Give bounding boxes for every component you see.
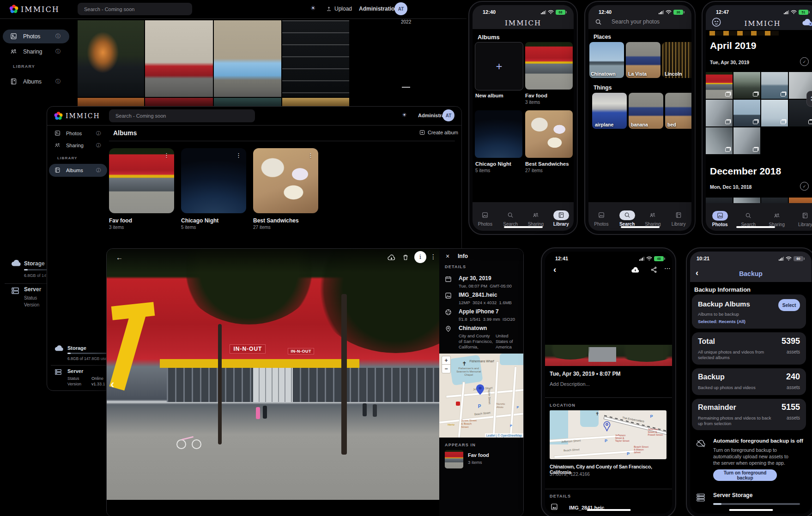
album-menu-icon[interactable]: ⋮ bbox=[308, 152, 314, 159]
photo-tile[interactable] bbox=[282, 98, 349, 106]
new-album-card[interactable]: + bbox=[475, 42, 523, 90]
nav-library[interactable]: Library bbox=[666, 210, 691, 227]
upload-cloud-icon[interactable] bbox=[631, 267, 640, 273]
photo-tile[interactable] bbox=[145, 20, 213, 97]
photo-thumb[interactable] bbox=[733, 100, 760, 126]
select-albums-button[interactable]: Select bbox=[778, 299, 800, 311]
search-input[interactable] bbox=[78, 3, 192, 15]
info-icon-active[interactable]: i bbox=[414, 251, 426, 263]
info-icon[interactable]: ⓘ bbox=[96, 130, 101, 137]
nav-sharing[interactable]: Sharing bbox=[523, 210, 549, 227]
storefront-sign: IN-N-OUT bbox=[288, 348, 314, 354]
photo-thumb[interactable] bbox=[761, 72, 788, 99]
search-input[interactable] bbox=[605, 16, 691, 27]
art-layer bbox=[263, 406, 267, 419]
battery-icon: 36 bbox=[673, 10, 683, 15]
photo-tile[interactable] bbox=[214, 98, 281, 106]
album-card-fav-food[interactable]: ⋮ Fav food 3 items bbox=[109, 148, 174, 230]
immich-logo-icon bbox=[54, 111, 63, 121]
back-chevron-icon[interactable]: ‹ bbox=[553, 264, 556, 275]
album-menu-icon[interactable]: ⋮ bbox=[236, 152, 242, 159]
previous-photo-chevron[interactable]: ‹ bbox=[110, 377, 115, 391]
administration-button[interactable]: Administration bbox=[359, 6, 398, 12]
info-icon[interactable]: ⓘ bbox=[96, 167, 101, 174]
photo-thumb[interactable] bbox=[733, 127, 760, 154]
photo-strip[interactable] bbox=[545, 345, 672, 366]
cloud-download-icon[interactable] bbox=[388, 254, 395, 261]
photo-tile[interactable] bbox=[214, 20, 281, 97]
timeline-scroll-thumb[interactable]: ▲▼ bbox=[806, 91, 812, 107]
more-menu-icon[interactable]: ⋮ bbox=[430, 253, 436, 260]
sidebar-item-albums[interactable]: Albums ⓘ bbox=[55, 167, 105, 173]
nav-photos[interactable]: Photos bbox=[473, 210, 498, 227]
photo-thumb[interactable] bbox=[733, 72, 760, 99]
upload-button[interactable]: Upload bbox=[326, 6, 352, 12]
nav-label: Photos bbox=[712, 222, 728, 227]
photo-tile[interactable] bbox=[78, 20, 144, 97]
location-map[interactable]: The Embarcadero Jefferson Street Beach S… bbox=[550, 410, 667, 459]
month-heading: April 2019 bbox=[710, 40, 756, 51]
sidebar-item-sharing[interactable]: Sharing ⓘ bbox=[55, 142, 105, 148]
theme-toggle-sun-icon[interactable]: ☀ bbox=[402, 112, 407, 118]
user-avatar[interactable]: AT bbox=[394, 2, 407, 15]
info-icon[interactable]: ⓘ bbox=[96, 142, 101, 149]
share-icon[interactable] bbox=[650, 266, 657, 273]
photo-thumb[interactable] bbox=[706, 72, 733, 99]
timeline-year[interactable]: 2022 bbox=[401, 19, 411, 24]
select-day-check-icon[interactable]: ✓ bbox=[800, 57, 809, 66]
sidebar-item-albums[interactable]: Albums ⓘ bbox=[10, 78, 66, 85]
nav-library-active[interactable]: Library bbox=[548, 210, 574, 227]
nav-sharing[interactable]: Sharing bbox=[640, 210, 666, 227]
nav-search[interactable]: Search bbox=[498, 210, 523, 227]
photo-thumb[interactable] bbox=[706, 100, 733, 126]
server-version-label: Version bbox=[67, 382, 81, 386]
album-card-chicago-night[interactable]: ⋮ Chicago Night 5 items bbox=[181, 148, 246, 230]
nav-library[interactable]: Library bbox=[791, 211, 812, 227]
photo-thumb[interactable] bbox=[761, 100, 788, 126]
select-day-check-icon[interactable]: ✓ bbox=[800, 182, 809, 191]
album-card-best-sandwiches[interactable] bbox=[525, 110, 573, 158]
nav-sharing[interactable]: Sharing bbox=[763, 211, 791, 227]
sidebar-item-photos[interactable]: Photos ⓘ bbox=[55, 130, 105, 136]
timeline-scrubber[interactable] bbox=[402, 87, 410, 88]
map-zoom-in-button[interactable]: + bbox=[442, 356, 451, 365]
sharing-icon bbox=[645, 210, 661, 220]
info-panel: × Info DETAILS Apr 30, 2019 Tue, 08:07 P… bbox=[439, 249, 523, 516]
info-icon[interactable]: ⓘ bbox=[55, 33, 61, 40]
album-card-chicago-night[interactable] bbox=[475, 110, 522, 158]
map-zoom-out-button[interactable]: − bbox=[442, 364, 451, 373]
user-avatar[interactable]: AT bbox=[442, 109, 454, 121]
info-icon[interactable]: ⓘ bbox=[55, 78, 61, 85]
trash-icon[interactable] bbox=[402, 254, 409, 261]
nav-photos-active[interactable]: Photos bbox=[706, 211, 734, 227]
more-menu-icon[interactable]: ⋯ bbox=[664, 264, 671, 272]
stat-title: Remainder bbox=[698, 403, 736, 412]
close-icon[interactable]: × bbox=[446, 252, 449, 260]
photos-icon bbox=[712, 211, 728, 221]
back-arrow-icon[interactable]: ← bbox=[116, 253, 123, 261]
photo-tile[interactable] bbox=[78, 98, 144, 106]
album-card-fav-food[interactable] bbox=[525, 42, 573, 90]
location-map[interactable]: Fishermans Wharf Fishermen's and Seamen'… bbox=[439, 354, 523, 438]
nav-photos[interactable]: Photos bbox=[588, 210, 614, 227]
detail-camera-sub: f/1.8 1/541 3.99 mm ISO20 bbox=[459, 317, 515, 322]
sidebar-item-sharing[interactable]: Sharing ⓘ bbox=[10, 48, 66, 55]
sidebar-item-photos[interactable]: Photos ⓘ bbox=[10, 33, 66, 40]
theme-toggle-sun-icon[interactable]: ☀ bbox=[310, 5, 316, 12]
upload-cloud-icon[interactable] bbox=[802, 18, 812, 26]
photo-tile[interactable] bbox=[282, 20, 349, 97]
search-input[interactable] bbox=[109, 109, 255, 122]
art-layer bbox=[107, 249, 439, 273]
create-album-button[interactable]: Create album bbox=[419, 130, 458, 135]
album-card-best-sandwiches[interactable]: ⋮ Best Sandwiches 27 items bbox=[253, 148, 318, 230]
photo-thumb[interactable] bbox=[706, 127, 733, 154]
appears-in-album[interactable]: Fav food 3 items bbox=[445, 450, 519, 469]
photo-tile[interactable] bbox=[145, 98, 213, 106]
album-menu-icon[interactable]: ⋮ bbox=[164, 152, 170, 159]
nav-search[interactable]: Search bbox=[734, 211, 763, 227]
description-field[interactable]: Add Description... bbox=[550, 381, 590, 387]
turn-on-backup-button[interactable]: Turn on foreground backup bbox=[713, 469, 777, 481]
map-attribution[interactable]: Leaflet | © OpenStreetMap bbox=[485, 433, 523, 438]
info-icon[interactable]: ⓘ bbox=[55, 48, 61, 55]
nav-search-active[interactable]: Search bbox=[614, 210, 640, 227]
